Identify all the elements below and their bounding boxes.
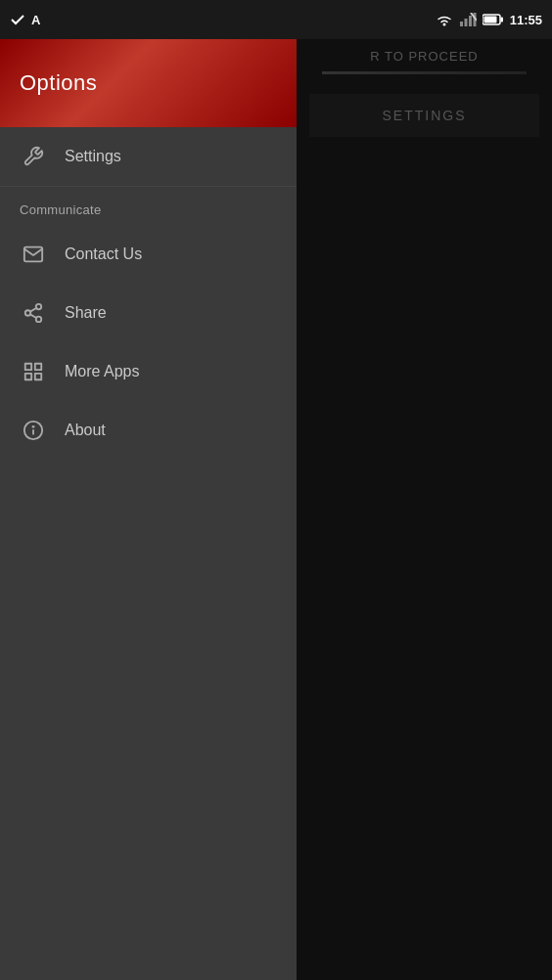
right-panel-overlay: [297, 39, 552, 980]
drawer: Options Settings Communicate Contact Us: [0, 39, 297, 980]
status-bar: A 11:55: [0, 0, 552, 39]
wrench-icon: [20, 143, 47, 170]
contact-us-label: Contact Us: [65, 245, 142, 263]
wifi-icon: [436, 13, 453, 26]
menu-item-about[interactable]: About: [0, 401, 297, 460]
svg-rect-3: [469, 16, 472, 26]
svg-rect-8: [483, 17, 496, 23]
communicate-section-label: Communicate: [0, 187, 297, 225]
svg-rect-15: [35, 364, 41, 370]
main-layout: R TO PROCEED SETTINGS Options Settings C…: [0, 39, 552, 980]
svg-point-0: [442, 23, 445, 26]
share-icon: [20, 299, 47, 327]
svg-rect-17: [25, 374, 31, 379]
drawer-header: Options: [0, 39, 297, 127]
menu-item-contact-us[interactable]: Contact Us: [0, 225, 297, 284]
drawer-title: Options: [20, 70, 97, 96]
signal-icon: [459, 13, 477, 26]
time-display: 11:55: [510, 13, 542, 27]
status-bar-left: A: [10, 12, 40, 27]
svg-line-13: [30, 308, 36, 312]
check-icon: [10, 12, 25, 27]
svg-rect-7: [500, 18, 503, 22]
svg-rect-2: [464, 19, 467, 26]
svg-line-12: [30, 314, 36, 318]
battery-icon: [483, 14, 504, 25]
menu-item-share[interactable]: Share: [0, 284, 297, 342]
svg-rect-16: [35, 374, 41, 379]
text-a-icon: A: [31, 13, 40, 27]
menu-item-more-apps[interactable]: More Apps: [0, 342, 297, 401]
settings-label: Settings: [65, 148, 121, 165]
status-bar-right: 11:55: [436, 13, 542, 27]
about-label: About: [65, 422, 106, 439]
envelope-icon: [20, 241, 47, 268]
svg-rect-1: [460, 22, 463, 26]
settings-row[interactable]: Settings: [0, 127, 297, 187]
info-icon: [20, 417, 47, 444]
grid-icon: [20, 358, 47, 385]
svg-rect-14: [25, 364, 31, 370]
share-label: Share: [65, 304, 107, 322]
more-apps-label: More Apps: [65, 363, 139, 380]
